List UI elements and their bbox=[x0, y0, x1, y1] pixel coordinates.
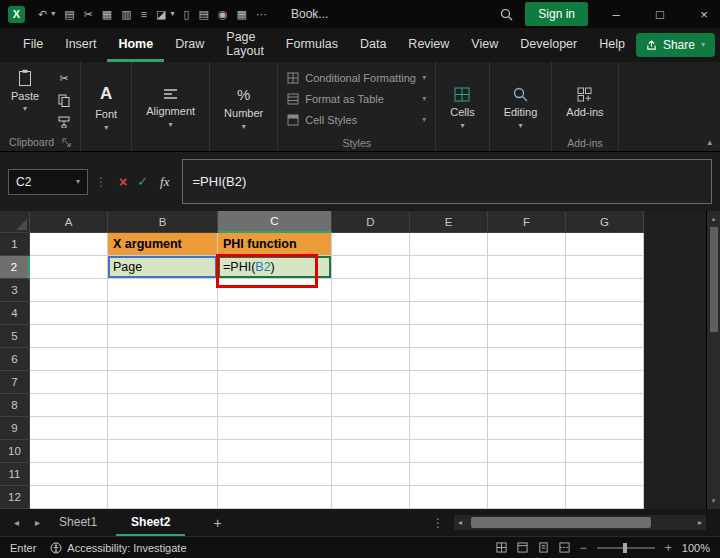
zoom-level[interactable]: 100% bbox=[682, 542, 710, 554]
insert-function-button[interactable]: fx bbox=[160, 174, 169, 190]
row-header-3[interactable]: 3 bbox=[0, 279, 30, 302]
row-header-11[interactable]: 11 bbox=[0, 463, 30, 486]
sheet-nav-right-icon[interactable]: ▸ bbox=[35, 517, 40, 528]
tab-home[interactable]: Home bbox=[107, 28, 164, 62]
clipboard-dialog-launcher[interactable] bbox=[62, 138, 71, 147]
cell-E4[interactable] bbox=[410, 302, 488, 325]
cell-D8[interactable] bbox=[332, 394, 410, 417]
zoom-in-button[interactable]: + bbox=[665, 541, 672, 555]
zoom-slider-thumb[interactable] bbox=[623, 543, 627, 553]
column-header-G[interactable]: G bbox=[566, 211, 644, 233]
scroll-down-icon[interactable]: ▾ bbox=[712, 495, 716, 509]
minimize-button[interactable]: – bbox=[600, 0, 632, 28]
cell-D1[interactable] bbox=[332, 233, 410, 256]
vertical-scrollbar[interactable]: ▴ ▾ bbox=[706, 211, 720, 509]
cell-D12[interactable] bbox=[332, 486, 410, 509]
horizontal-scrollbar-track[interactable] bbox=[466, 515, 694, 530]
cell-B3[interactable] bbox=[108, 279, 218, 302]
overflow-icon[interactable]: ⋯ bbox=[256, 9, 267, 20]
cell-E11[interactable] bbox=[410, 463, 488, 486]
cell-E5[interactable] bbox=[410, 325, 488, 348]
tab-help[interactable]: Help bbox=[588, 28, 636, 62]
cell-E2[interactable] bbox=[410, 256, 488, 279]
cell-E10[interactable] bbox=[410, 440, 488, 463]
cell-A7[interactable] bbox=[30, 371, 108, 394]
sign-in-button[interactable]: Sign in bbox=[525, 2, 588, 26]
clipboard-icon[interactable]: ▤ bbox=[64, 9, 74, 20]
cell-D7[interactable] bbox=[332, 371, 410, 394]
excel-logo-icon[interactable]: X bbox=[8, 6, 25, 23]
cell-A11[interactable] bbox=[30, 463, 108, 486]
cell-G1[interactable] bbox=[566, 233, 644, 256]
row-header-12[interactable]: 12 bbox=[0, 486, 30, 509]
cell-C5[interactable] bbox=[218, 325, 332, 348]
cell-D9[interactable] bbox=[332, 417, 410, 440]
maximize-button[interactable]: □ bbox=[644, 0, 676, 28]
cell-C10[interactable] bbox=[218, 440, 332, 463]
format-as-table-button[interactable]: Format as Table ▾ bbox=[283, 88, 430, 109]
cell-B5[interactable] bbox=[108, 325, 218, 348]
page-layout-view-icon[interactable] bbox=[538, 542, 549, 553]
column-header-D[interactable]: D bbox=[332, 211, 410, 233]
cell-B4[interactable] bbox=[108, 302, 218, 325]
row-header-4[interactable]: 4 bbox=[0, 302, 30, 325]
column-header-E[interactable]: E bbox=[410, 211, 488, 233]
cell-D10[interactable] bbox=[332, 440, 410, 463]
cell-E6[interactable] bbox=[410, 348, 488, 371]
print-icon[interactable]: ▤ bbox=[199, 9, 209, 20]
horizontal-scrollbar[interactable]: ◂ ▸ bbox=[454, 515, 706, 530]
cell-A12[interactable] bbox=[30, 486, 108, 509]
cell-F3[interactable] bbox=[488, 279, 566, 302]
cell-G11[interactable] bbox=[566, 463, 644, 486]
cell-E1[interactable] bbox=[410, 233, 488, 256]
cut-button[interactable]: ✂ bbox=[53, 70, 75, 86]
cell-B11[interactable] bbox=[108, 463, 218, 486]
cell-A6[interactable] bbox=[30, 348, 108, 371]
addins-button[interactable]: Add-ins bbox=[557, 67, 612, 137]
row-header-2[interactable]: 2 bbox=[0, 256, 30, 279]
cell-F11[interactable] bbox=[488, 463, 566, 486]
collapse-ribbon-button[interactable]: ▴ bbox=[707, 137, 712, 147]
cell-F6[interactable] bbox=[488, 348, 566, 371]
sheet-bar-overflow-icon[interactable]: ⋮ bbox=[432, 516, 444, 530]
column-header-F[interactable]: F bbox=[488, 211, 566, 233]
name-box-dropdown-icon[interactable]: ▾ bbox=[76, 178, 80, 186]
select-all-corner[interactable] bbox=[0, 211, 30, 233]
formula-input[interactable]: =PHI(B2) bbox=[182, 159, 712, 204]
cell-D11[interactable] bbox=[332, 463, 410, 486]
cells-menu-button[interactable]: Cells ▾ bbox=[441, 67, 483, 149]
vertical-scrollbar-thumb[interactable] bbox=[710, 227, 718, 332]
cell-B2[interactable]: Page bbox=[108, 256, 218, 279]
cell-E9[interactable] bbox=[410, 417, 488, 440]
zoom-slider[interactable] bbox=[597, 547, 655, 549]
camera-icon[interactable]: ◉ bbox=[218, 9, 228, 20]
cell-C11[interactable] bbox=[218, 463, 332, 486]
tab-file[interactable]: File bbox=[12, 28, 54, 62]
cell-D5[interactable] bbox=[332, 325, 410, 348]
cell-F8[interactable] bbox=[488, 394, 566, 417]
enter-button[interactable]: ✓ bbox=[137, 174, 148, 189]
cell-C9[interactable] bbox=[218, 417, 332, 440]
number-menu-button[interactable]: % Number ▾ bbox=[215, 67, 272, 149]
cell-B7[interactable] bbox=[108, 371, 218, 394]
tab-developer[interactable]: Developer bbox=[509, 28, 588, 62]
copy-button[interactable] bbox=[53, 92, 75, 108]
column-header-C[interactable]: C bbox=[218, 211, 332, 233]
cell-C1[interactable]: PHI function bbox=[218, 233, 332, 256]
cell-G4[interactable] bbox=[566, 302, 644, 325]
cell-D6[interactable] bbox=[332, 348, 410, 371]
cell-A8[interactable] bbox=[30, 394, 108, 417]
cell-F1[interactable] bbox=[488, 233, 566, 256]
add-sheet-button[interactable]: + bbox=[213, 515, 221, 531]
cancel-button[interactable]: × bbox=[119, 174, 127, 190]
cell-G9[interactable] bbox=[566, 417, 644, 440]
row-header-8[interactable]: 8 bbox=[0, 394, 30, 417]
cell-G12[interactable] bbox=[566, 486, 644, 509]
cell-E8[interactable] bbox=[410, 394, 488, 417]
cell-E3[interactable] bbox=[410, 279, 488, 302]
cell-C12[interactable] bbox=[218, 486, 332, 509]
cell-C6[interactable] bbox=[218, 348, 332, 371]
tab-review[interactable]: Review bbox=[397, 28, 460, 62]
conditional-formatting-button[interactable]: Conditional Formatting ▾ bbox=[283, 67, 430, 88]
cell-G8[interactable] bbox=[566, 394, 644, 417]
